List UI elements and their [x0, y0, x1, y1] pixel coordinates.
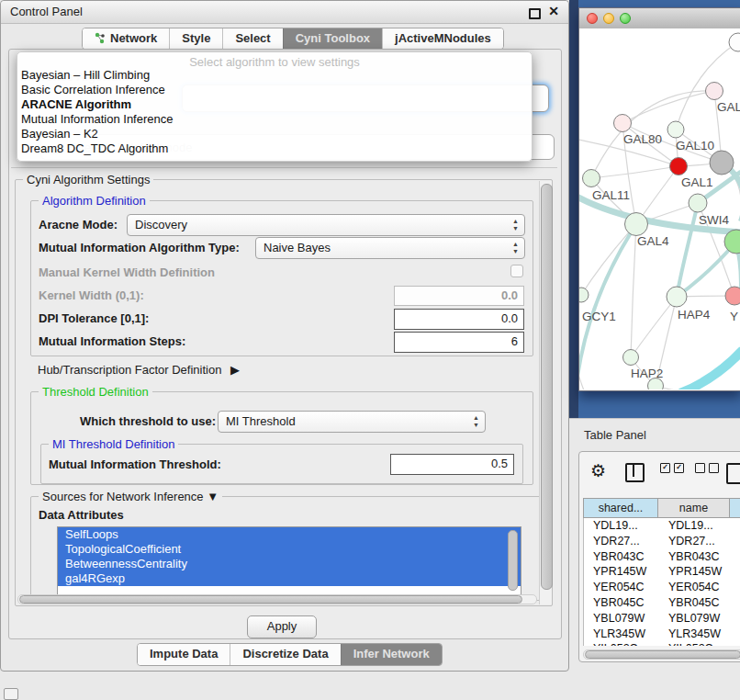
tab-style[interactable]: Style: [169, 28, 222, 49]
algorithm-option[interactable]: Mutual Information Inference: [21, 112, 528, 127]
table-row[interactable]: YBR045CYBR045C9.: [584, 595, 740, 611]
network-node[interactable]: [583, 170, 600, 187]
network-canvas[interactable]: GAL7GAL80GAL10GAL1GAL11GAL4SWI4GCY1HAP4Y…: [579, 28, 740, 390]
table-row[interactable]: YDR27...YDR27...12: [584, 534, 740, 549]
network-edge[interactable]: [591, 166, 678, 178]
columns-icon[interactable]: [625, 463, 645, 482]
table-cell: YBL079W: [659, 611, 731, 627]
table-column-header[interactable]: name: [658, 498, 730, 518]
control-panel-tab-bar: Network Style Select Cyni Toolbox jActiv…: [82, 28, 504, 50]
data-attribute-item[interactable]: BetweennessCentrality: [58, 557, 521, 571]
algorithm-option[interactable]: Bayesian – K2: [21, 127, 528, 141]
table-cell: YLR345W: [584, 627, 659, 642]
zoom-traffic-light-icon[interactable]: [620, 13, 631, 24]
control-panel-titlebar[interactable]: Control Panel ✕: [1, 1, 568, 24]
aracne-mode-combo[interactable]: Discovery ▲▼: [127, 214, 525, 236]
settings-group-title: Cyni Algorithm Settings: [23, 173, 153, 186]
table-hscroll-thumb[interactable]: [585, 650, 740, 659]
minimized-panel-icon[interactable]: [4, 688, 18, 700]
data-attribute-item[interactable]: gal4RGexp: [58, 571, 521, 586]
data-attribute-item[interactable]: TopologicalCoefficient: [58, 542, 521, 557]
tab-jactivemnodules[interactable]: jActiveMNodules: [382, 28, 503, 49]
mi-threshold-field[interactable]: 0.5: [390, 454, 514, 475]
settings-vscroll-thumb[interactable]: [541, 184, 553, 590]
settings-horizontal-scrollbar[interactable]: [17, 594, 537, 604]
table-row[interactable]: YBL079WYBL079W: [584, 611, 740, 627]
algorithm-option[interactable]: Bayesian – Hill Climbing: [21, 68, 528, 83]
select-all-columns-icon[interactable]: ✓✓: [660, 463, 684, 473]
network-window-titlebar[interactable]: [579, 8, 740, 29]
manual-kernel-width-label: Manual Kernel Width Definition: [39, 265, 215, 279]
table-row[interactable]: YPR145WYPR145W9.: [584, 564, 740, 580]
deselect-all-columns-icon[interactable]: [695, 463, 719, 473]
close-traffic-light-icon[interactable]: [587, 13, 598, 24]
settings-vertical-scrollbar[interactable]: [539, 181, 552, 604]
table-row[interactable]: YER054CYER054C8.: [584, 580, 740, 595]
network-node-label: GAL4: [637, 234, 669, 248]
tab-discretize-data[interactable]: Discretize Data: [230, 644, 340, 665]
apply-button[interactable]: Apply: [247, 615, 317, 638]
network-node[interactable]: [729, 33, 740, 51]
table-cell: 9.: [731, 627, 740, 642]
data-attribute-item[interactable]: SelfLoops: [58, 527, 521, 542]
network-node-label: GAL1: [681, 175, 713, 189]
hub-definition-toggle[interactable]: Hub/Transcription Factor Definition ▶: [38, 363, 240, 377]
form-view-icon[interactable]: [726, 463, 740, 484]
mi-steps-label: Mutual Information Steps:: [39, 334, 185, 348]
table-column-header[interactable]: A: [730, 498, 740, 518]
tab-impute-data[interactable]: Impute Data: [138, 644, 230, 665]
network-node-label: GCY1: [582, 310, 616, 323]
network-node[interactable]: [614, 115, 632, 132]
table-row[interactable]: YBR043CYBR043C: [584, 549, 740, 565]
network-node[interactable]: [706, 83, 723, 100]
algorithm-option[interactable]: Basic Correlation Inference: [21, 83, 528, 97]
network-node[interactable]: [667, 121, 684, 138]
float-window-icon[interactable]: [529, 8, 541, 19]
table-row[interactable]: YLR345WYLR345W9.: [584, 627, 740, 642]
tab-infer-network[interactable]: Infer Network: [341, 644, 442, 665]
network-node[interactable]: [725, 287, 740, 305]
network-node[interactable]: [579, 288, 589, 302]
network-node[interactable]: [623, 350, 639, 366]
tab-cyni-toolbox[interactable]: Cyni Toolbox: [283, 28, 382, 49]
tab-network[interactable]: Network: [83, 28, 169, 49]
network-node-label: SWI4: [699, 213, 729, 227]
table-cell: YDL19...: [584, 518, 659, 534]
network-edge[interactable]: [631, 224, 636, 357]
table-row[interactable]: YIL052CYIL052C9: [584, 641, 740, 646]
table-cell: 9: [731, 641, 740, 646]
table-cell: YBR045C: [584, 595, 659, 611]
expand-arrow-icon: ▶: [230, 363, 240, 377]
algorithm-dropdown-popup: Select algorithm to view settings Bayesi…: [17, 51, 533, 162]
table-row[interactable]: YDL19...YDL19...13: [584, 518, 740, 534]
network-node[interactable]: [710, 151, 734, 175]
algorithm-option[interactable]: Dream8 DC_TDC Algorithm: [21, 141, 528, 156]
gear-icon[interactable]: ⚙: [590, 463, 606, 480]
table-cell: YIL052C: [659, 641, 731, 646]
network-node[interactable]: [670, 158, 688, 175]
tab-select[interactable]: Select: [222, 28, 282, 49]
settings-hscroll-thumb[interactable]: [19, 595, 522, 604]
table-column-header[interactable]: shared...: [583, 498, 658, 518]
manual-kernel-width-checkbox[interactable]: [510, 265, 523, 277]
kernel-width-field[interactable]: 0.0: [394, 286, 524, 306]
minimize-traffic-light-icon[interactable]: [603, 13, 614, 24]
mi-algorithm-type-combo[interactable]: Naive Bayes ▲▼: [255, 237, 525, 259]
close-icon[interactable]: ✕: [548, 4, 559, 18]
which-threshold-combo[interactable]: MI Threshold ▲▼: [218, 411, 486, 433]
sources-group-title[interactable]: Sources for Network Inference ▼: [39, 490, 222, 503]
dpi-tolerance-field[interactable]: 0.0: [394, 309, 524, 330]
network-edge[interactable]: [622, 91, 714, 123]
network-edge[interactable]: [680, 350, 740, 390]
table-horizontal-scrollbar[interactable]: [583, 649, 740, 660]
algorithm-option[interactable]: ARACNE Algorithm: [21, 97, 528, 112]
cyni-bottom-tab-bar: Impute Data Discretize Data Infer Networ…: [137, 643, 443, 666]
network-node[interactable]: [689, 194, 707, 212]
network-node[interactable]: [667, 287, 687, 307]
collapse-arrow-icon: ▼: [207, 490, 219, 503]
data-attributes-list[interactable]: SelfLoopsTopologicalCoefficientBetweenne…: [57, 526, 521, 596]
network-node[interactable]: [625, 213, 648, 236]
algorithm-definition-title: Algorithm Definition: [39, 194, 150, 208]
list-scrollbar-thumb[interactable]: [508, 530, 518, 591]
mi-steps-field[interactable]: 6: [394, 332, 524, 353]
